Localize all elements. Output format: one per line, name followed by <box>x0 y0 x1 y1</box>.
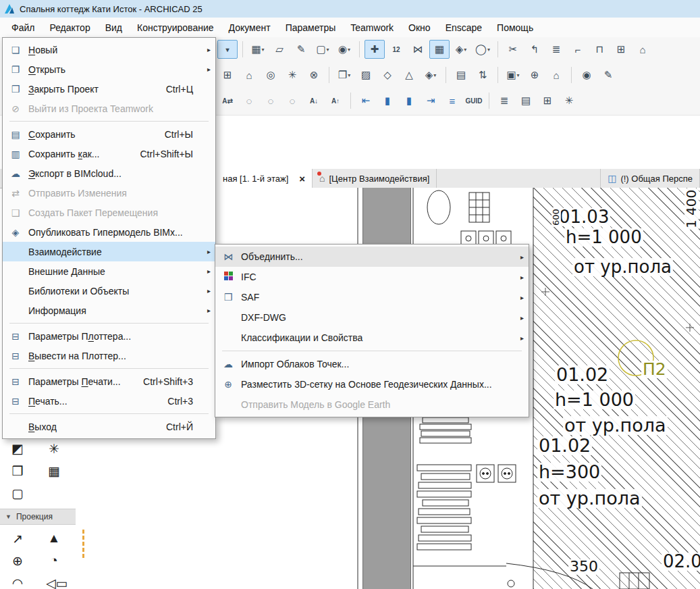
zoom-in-icon[interactable]: ◌ <box>261 91 281 110</box>
menu-item-open[interactable]: ❐Открыть▸ <box>3 59 215 79</box>
tab-floor-plan[interactable]: ная [1. 1-й этаж]× <box>216 169 313 188</box>
elevation-marker-icon[interactable]: ▲ <box>46 531 62 546</box>
submenu-item-saf[interactable]: ❒SAF▸ <box>215 287 529 307</box>
tab-close-icon[interactable]: × <box>299 173 305 184</box>
solid-element-operations-icon[interactable]: ◈▾ <box>421 66 441 84</box>
menubar-item[interactable]: Файл <box>4 19 42 36</box>
markup-icon[interactable]: ✎ <box>598 66 618 84</box>
search-icon[interactable]: ◌ <box>239 91 259 110</box>
guide-plane-icon[interactable]: ▱ <box>269 40 290 59</box>
menubar-item[interactable]: Документ <box>221 19 278 36</box>
fit-in-window-icon[interactable]: ⌂ <box>632 40 653 59</box>
coordinate-input-icon[interactable]: 12 <box>386 40 406 59</box>
attributes-icon[interactable]: ⊞ <box>537 91 558 110</box>
object-tool-icon[interactable]: ❒ <box>9 463 26 479</box>
distribute-icon[interactable]: ⇥ <box>421 91 441 110</box>
morph-icon[interactable]: ◇ <box>377 66 398 84</box>
menu-item-export-bimcloud[interactable]: ☁Экспорт в BIMcloud... <box>3 163 215 183</box>
align-right-icon[interactable]: ▮ <box>399 91 419 110</box>
palette-drag-handle[interactable] <box>82 530 84 558</box>
pick-up-parameters-icon[interactable]: ❐▾ <box>334 66 354 84</box>
submenu-item-import-point-clouds[interactable]: ☁Импорт Облаков Точек... <box>215 354 529 374</box>
snap-grid-icon[interactable]: ▦ <box>429 40 450 59</box>
adjust-icon[interactable]: ↰ <box>524 40 545 59</box>
zoom-out-icon[interactable]: ◌ <box>282 91 302 110</box>
menu-item-new[interactable]: ❏Новый▸ <box>3 40 215 59</box>
menu-item-save[interactable]: ▤СохранитьCtrl+Ы <box>3 124 215 144</box>
snap-star-icon[interactable]: ✳ <box>282 66 302 84</box>
camera-path-icon[interactable]: ◠ <box>9 575 26 589</box>
shell-icon[interactable]: △ <box>399 66 419 84</box>
menu-item-interoperability[interactable]: Взаимодействие▸ <box>3 242 215 261</box>
distribute-evenly-icon[interactable]: ≡ <box>442 91 462 110</box>
intersection-snap-icon[interactable]: ⋈ <box>408 40 428 59</box>
intersect-elements-icon[interactable]: ≣ <box>546 40 566 59</box>
submenu-item-dxf-dwg[interactable]: DXF-DWG▸ <box>215 307 529 328</box>
camera-tool-icon[interactable]: ◁▭ <box>46 575 62 589</box>
menu-item-publish-bimx[interactable]: ◈Опубликовать Гипермодель BIMx... <box>3 222 215 242</box>
line-consolidation-icon[interactable]: ≣ <box>494 91 514 110</box>
add-camera-icon[interactable]: ⊕ <box>524 66 545 84</box>
worksheet-marker-icon[interactable]: ↗ <box>9 531 26 546</box>
layers-icon[interactable]: ⇅ <box>473 66 493 84</box>
shell-tool-icon[interactable]: ✳ <box>46 441 62 457</box>
orientation-icon[interactable]: ◔ <box>46 553 62 569</box>
menu-item-libraries-objects[interactable]: Библиотеки и Объекты▸ <box>3 281 215 301</box>
menubar-item[interactable]: Параметры <box>278 19 344 36</box>
morph-tool-icon[interactable]: ▢ <box>9 486 26 501</box>
menu-item-plotter-setup[interactable]: ⊟Параметры Плоттера... <box>3 326 215 346</box>
walkthrough-icon[interactable]: ⌂ <box>546 66 566 84</box>
find-and-select-icon[interactable]: A⇄ <box>217 91 238 110</box>
menu-item-exit[interactable]: ВыходCtrl+Й <box>3 417 215 436</box>
menu-item-plot[interactable]: ⊟Вывести на Плоттер... <box>3 346 215 365</box>
camera-icon[interactable]: ▣▾ <box>503 66 523 84</box>
settings-icon[interactable]: ✳ <box>559 91 579 110</box>
fillet-chamfer-icon[interactable]: ⊓ <box>589 40 610 59</box>
menubar-item[interactable]: Редактор <box>42 19 97 36</box>
grid-snap-icon[interactable]: ▦▾ <box>248 40 268 59</box>
menu-item-close-project[interactable]: ❒Закрыть ПроектCtrl+Ц <box>3 79 215 99</box>
submenu-item-ifc[interactable]: IFC▸ <box>215 267 529 287</box>
rotate-origin-icon[interactable]: ◎ <box>261 66 281 84</box>
relink-home-icon[interactable]: ⌂ <box>239 66 259 84</box>
toolbox-section-projection[interactable]: ▼ Проекция <box>0 509 76 525</box>
submenu-item-classifications-and-properties[interactable]: Классификации и Свойства▸ <box>215 328 529 348</box>
menu-item-print-setup[interactable]: ⊟Параметры Печати...Ctrl+Shift+3 <box>3 372 215 391</box>
align-center-icon[interactable]: ▮ <box>377 91 398 110</box>
tracker-icon[interactable]: ✚ <box>365 40 385 59</box>
reset-icon[interactable]: ⊗ <box>304 66 324 84</box>
submenu-item-merge[interactable]: ⋈Объединить...▸ <box>215 247 529 267</box>
menu-item-external-data[interactable]: Внешние Данные▸ <box>3 261 215 281</box>
tab-interaction-center[interactable]: ⌂[Центр Взаимодействия] <box>313 169 437 188</box>
menu-item-save-as[interactable]: ▥Сохранить как...Ctrl+Shift+Ы <box>3 144 215 163</box>
snap-reference-icon[interactable]: ◉▾ <box>334 40 354 59</box>
explode-icon[interactable]: ⊞ <box>611 40 631 59</box>
menubar-item[interactable]: Вид <box>98 19 130 36</box>
guid-icon[interactable]: GUID <box>464 91 484 110</box>
snap-guides-icon[interactable]: ◯▾ <box>473 40 493 59</box>
roof-tool-icon[interactable]: ◩ <box>9 441 26 457</box>
survey-point-icon[interactable]: ⊕ <box>9 553 26 569</box>
menubar-item[interactable]: Teamwork <box>343 19 401 36</box>
multiply-elements-icon[interactable]: ⊞ <box>217 66 238 84</box>
align-left-icon[interactable]: ⇤ <box>356 91 376 110</box>
tab-3d-perspective[interactable]: ◫(!) Общая Перспе <box>600 169 700 188</box>
editing-plane-icon[interactable]: ◈▾ <box>451 40 471 59</box>
split-button-caret-icon[interactable]: ▾ <box>217 40 238 59</box>
renovation-icon[interactable]: ▤ <box>451 66 471 84</box>
pen-icon[interactable]: ✎ <box>291 40 311 59</box>
mesh-tool-icon[interactable]: ▦ <box>46 463 62 479</box>
submenu-item-place-3d-mesh-geodetic[interactable]: ⊕Разместить 3D-сетку на Основе Геодезиче… <box>215 374 529 394</box>
sort-ascending-icon[interactable]: A↑ <box>325 91 346 110</box>
inject-parameters-icon[interactable]: ▨ <box>356 66 376 84</box>
corner-extend-icon[interactable]: ⌐ <box>568 40 588 59</box>
menubar-item[interactable]: Помощь <box>489 19 541 36</box>
sort-descending-icon[interactable]: A↓ <box>304 91 324 110</box>
look-at-icon[interactable]: ◉ <box>576 66 597 84</box>
split-icon[interactable]: ✂ <box>503 40 523 59</box>
menu-item-print[interactable]: ⊟Печать...Ctrl+3 <box>3 391 215 411</box>
fill-consolidation-icon[interactable]: ▤ <box>516 91 536 110</box>
menubar-item[interactable]: Окно <box>401 19 438 36</box>
menubar-item[interactable]: Конструирование <box>130 19 221 36</box>
menu-item-info[interactable]: Информация▸ <box>3 301 215 320</box>
